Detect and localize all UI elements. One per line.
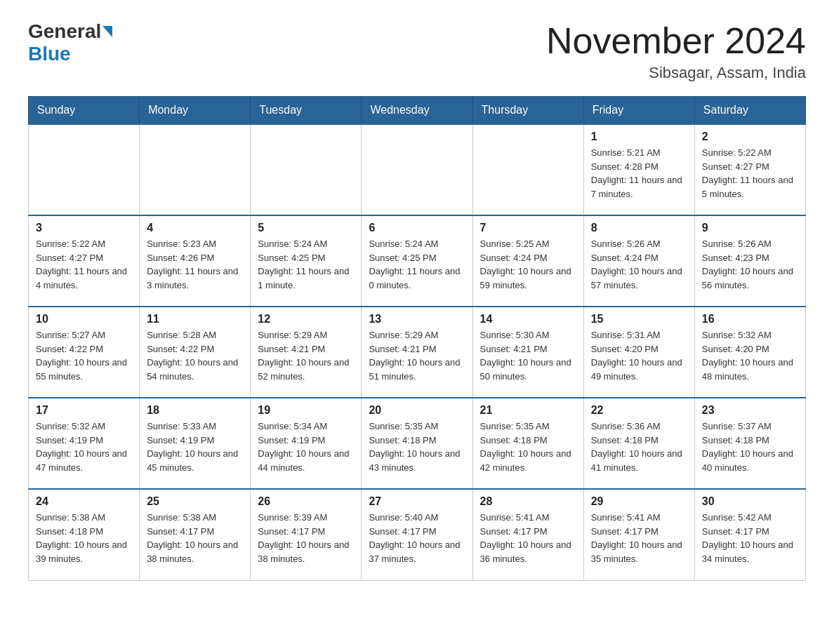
day-number: 11 (147, 313, 243, 326)
day-info: Sunrise: 5:24 AM Sunset: 4:25 PM Dayligh… (369, 237, 465, 292)
day-info: Sunrise: 5:23 AM Sunset: 4:26 PM Dayligh… (147, 237, 243, 292)
logo-general: General (28, 21, 101, 43)
calendar-cell: 22Sunrise: 5:36 AM Sunset: 4:18 PM Dayli… (583, 398, 694, 489)
calendar-cell: 10Sunrise: 5:27 AM Sunset: 4:22 PM Dayli… (29, 307, 140, 398)
calendar-cell: 11Sunrise: 5:28 AM Sunset: 4:22 PM Dayli… (140, 307, 251, 398)
calendar-cell: 2Sunrise: 5:22 AM Sunset: 4:27 PM Daylig… (694, 124, 805, 215)
calendar-cell: 5Sunrise: 5:24 AM Sunset: 4:25 PM Daylig… (251, 215, 362, 307)
header: General Blue November 2024 Sibsagar, Ass… (28, 21, 806, 82)
day-info: Sunrise: 5:32 AM Sunset: 4:20 PM Dayligh… (702, 328, 798, 383)
day-number: 19 (258, 404, 354, 417)
calendar-cell: 4Sunrise: 5:23 AM Sunset: 4:26 PM Daylig… (140, 215, 251, 307)
day-number: 23 (702, 404, 798, 417)
day-number: 21 (480, 404, 576, 417)
calendar-cell: 18Sunrise: 5:33 AM Sunset: 4:19 PM Dayli… (140, 398, 251, 489)
calendar-cell: 28Sunrise: 5:41 AM Sunset: 4:17 PM Dayli… (472, 489, 583, 580)
week-row-5: 24Sunrise: 5:38 AM Sunset: 4:18 PM Dayli… (29, 489, 806, 580)
day-info: Sunrise: 5:37 AM Sunset: 4:18 PM Dayligh… (702, 420, 798, 474)
week-row-3: 10Sunrise: 5:27 AM Sunset: 4:22 PM Dayli… (29, 307, 806, 398)
day-info: Sunrise: 5:41 AM Sunset: 4:17 PM Dayligh… (480, 511, 576, 565)
day-number: 20 (369, 404, 465, 417)
calendar-cell (251, 124, 362, 215)
day-info: Sunrise: 5:30 AM Sunset: 4:21 PM Dayligh… (480, 328, 576, 383)
logo: General Blue (28, 21, 112, 65)
day-info: Sunrise: 5:38 AM Sunset: 4:18 PM Dayligh… (36, 511, 132, 565)
day-info: Sunrise: 5:29 AM Sunset: 4:21 PM Dayligh… (369, 328, 465, 383)
day-info: Sunrise: 5:39 AM Sunset: 4:17 PM Dayligh… (258, 511, 354, 565)
col-friday: Friday (583, 97, 694, 125)
calendar-cell: 27Sunrise: 5:40 AM Sunset: 4:17 PM Dayli… (362, 489, 472, 580)
day-info: Sunrise: 5:26 AM Sunset: 4:24 PM Dayligh… (591, 237, 687, 292)
logo-blue: Blue (28, 43, 71, 65)
calendar-cell: 20Sunrise: 5:35 AM Sunset: 4:18 PM Dayli… (362, 398, 472, 489)
month-title: November 2024 (546, 21, 806, 61)
day-info: Sunrise: 5:42 AM Sunset: 4:17 PM Dayligh… (702, 511, 798, 565)
calendar-cell: 12Sunrise: 5:29 AM Sunset: 4:21 PM Dayli… (251, 307, 362, 398)
day-info: Sunrise: 5:25 AM Sunset: 4:24 PM Dayligh… (480, 237, 576, 292)
calendar-cell: 1Sunrise: 5:21 AM Sunset: 4:28 PM Daylig… (583, 124, 694, 215)
week-row-1: 1Sunrise: 5:21 AM Sunset: 4:28 PM Daylig… (29, 124, 806, 215)
col-thursday: Thursday (472, 97, 583, 125)
day-info: Sunrise: 5:24 AM Sunset: 4:25 PM Dayligh… (258, 237, 354, 292)
calendar-cell (29, 124, 140, 215)
day-number: 3 (36, 222, 132, 234)
title-area: November 2024 Sibsagar, Assam, India (546, 21, 806, 82)
day-number: 13 (369, 313, 465, 326)
col-saturday: Saturday (694, 97, 805, 125)
day-info: Sunrise: 5:31 AM Sunset: 4:20 PM Dayligh… (591, 328, 687, 383)
calendar-cell: 14Sunrise: 5:30 AM Sunset: 4:21 PM Dayli… (472, 307, 583, 398)
week-row-4: 17Sunrise: 5:32 AM Sunset: 4:19 PM Dayli… (29, 398, 806, 489)
calendar-cell: 26Sunrise: 5:39 AM Sunset: 4:17 PM Dayli… (251, 489, 362, 580)
day-number: 12 (258, 313, 354, 326)
day-number: 2 (702, 130, 798, 143)
col-wednesday: Wednesday (362, 97, 472, 125)
day-number: 10 (36, 313, 132, 326)
calendar-cell: 8Sunrise: 5:26 AM Sunset: 4:24 PM Daylig… (583, 215, 694, 307)
day-number: 29 (591, 495, 687, 508)
calendar-cell: 25Sunrise: 5:38 AM Sunset: 4:17 PM Dayli… (140, 489, 251, 580)
day-number: 14 (480, 313, 576, 326)
week-row-2: 3Sunrise: 5:22 AM Sunset: 4:27 PM Daylig… (29, 215, 806, 307)
calendar-cell: 23Sunrise: 5:37 AM Sunset: 4:18 PM Dayli… (694, 398, 805, 489)
day-info: Sunrise: 5:27 AM Sunset: 4:22 PM Dayligh… (36, 328, 132, 383)
day-info: Sunrise: 5:22 AM Sunset: 4:27 PM Dayligh… (702, 146, 798, 201)
calendar-cell: 29Sunrise: 5:41 AM Sunset: 4:17 PM Dayli… (583, 489, 694, 580)
calendar-cell: 30Sunrise: 5:42 AM Sunset: 4:17 PM Dayli… (694, 489, 805, 580)
calendar: Sunday Monday Tuesday Wednesday Thursday… (28, 96, 806, 581)
col-monday: Monday (140, 97, 251, 125)
calendar-cell (140, 124, 251, 215)
calendar-cell: 19Sunrise: 5:34 AM Sunset: 4:19 PM Dayli… (251, 398, 362, 489)
day-info: Sunrise: 5:22 AM Sunset: 4:27 PM Dayligh… (36, 237, 132, 292)
calendar-cell: 17Sunrise: 5:32 AM Sunset: 4:19 PM Dayli… (29, 398, 140, 489)
day-info: Sunrise: 5:33 AM Sunset: 4:19 PM Dayligh… (147, 420, 243, 474)
calendar-cell (472, 124, 583, 215)
day-info: Sunrise: 5:40 AM Sunset: 4:17 PM Dayligh… (369, 511, 465, 565)
day-number: 15 (591, 313, 687, 326)
day-info: Sunrise: 5:21 AM Sunset: 4:28 PM Dayligh… (591, 146, 687, 201)
day-info: Sunrise: 5:29 AM Sunset: 4:21 PM Dayligh… (258, 328, 354, 383)
day-number: 30 (702, 495, 798, 508)
day-info: Sunrise: 5:28 AM Sunset: 4:22 PM Dayligh… (147, 328, 243, 383)
calendar-header-row: Sunday Monday Tuesday Wednesday Thursday… (29, 97, 806, 125)
calendar-cell: 15Sunrise: 5:31 AM Sunset: 4:20 PM Dayli… (583, 307, 694, 398)
logo-arrow-icon (102, 26, 112, 37)
day-info: Sunrise: 5:38 AM Sunset: 4:17 PM Dayligh… (147, 511, 243, 565)
day-number: 22 (591, 404, 687, 417)
day-number: 24 (36, 495, 132, 508)
day-info: Sunrise: 5:35 AM Sunset: 4:18 PM Dayligh… (369, 420, 465, 474)
day-info: Sunrise: 5:41 AM Sunset: 4:17 PM Dayligh… (591, 511, 687, 565)
calendar-cell: 9Sunrise: 5:26 AM Sunset: 4:23 PM Daylig… (694, 215, 805, 307)
calendar-cell: 6Sunrise: 5:24 AM Sunset: 4:25 PM Daylig… (362, 215, 472, 307)
day-info: Sunrise: 5:32 AM Sunset: 4:19 PM Dayligh… (36, 420, 132, 474)
calendar-cell: 24Sunrise: 5:38 AM Sunset: 4:18 PM Dayli… (29, 489, 140, 580)
day-info: Sunrise: 5:36 AM Sunset: 4:18 PM Dayligh… (591, 420, 687, 474)
day-number: 9 (702, 222, 798, 234)
calendar-cell: 3Sunrise: 5:22 AM Sunset: 4:27 PM Daylig… (29, 215, 140, 307)
day-number: 5 (258, 222, 354, 234)
day-number: 6 (369, 222, 465, 234)
col-sunday: Sunday (29, 97, 140, 125)
calendar-cell: 13Sunrise: 5:29 AM Sunset: 4:21 PM Dayli… (362, 307, 472, 398)
day-info: Sunrise: 5:35 AM Sunset: 4:18 PM Dayligh… (480, 420, 576, 474)
calendar-cell (362, 124, 472, 215)
day-number: 8 (591, 222, 687, 234)
